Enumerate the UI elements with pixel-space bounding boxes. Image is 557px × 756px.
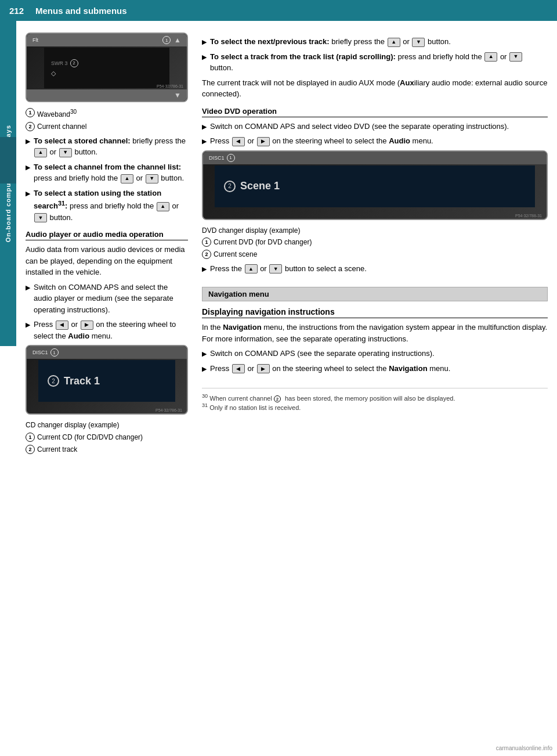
bullet-text-3: To select a station using the station se… (34, 188, 188, 224)
btn-track-up: ▲ (388, 38, 400, 47)
display1-down-area: ▼ (174, 91, 181, 99)
btn-video-right: ▶ (257, 137, 270, 146)
dvd-display-inner: DISC1 1 2 Scene 1 P54·32/788-31 (203, 152, 547, 219)
cd-caption-1: 1 Current CD (for CD/DVD changer) (26, 433, 188, 442)
dvd-cap-num-1: 1 (202, 237, 211, 247)
btn-nav-left: ◀ (232, 364, 245, 373)
caption-text-waveband: Waveband30 (37, 108, 77, 120)
dvd-scene-text: Scene 1 (240, 180, 280, 192)
bullet-arrow-3: ▶ (26, 189, 30, 199)
caption-channel: 2 Current channel (26, 122, 188, 132)
audio-bullet-1: ▶ Switch on COMAND APS and select the au… (26, 282, 188, 316)
radio-display-inner: Flt 1 ▲ SWR 3 2 ◇ (27, 34, 187, 101)
track-arrow-1: ▶ (202, 37, 207, 47)
btn-nav-right: ▶ (257, 364, 270, 373)
dvd-circle-2: 2 (224, 181, 236, 192)
track-bullets: ▶ To select the next/previous track: bri… (202, 36, 548, 74)
track-text-1: To select the next/previous track: brief… (210, 36, 451, 48)
btn-audio-left: ◀ (56, 321, 68, 330)
cd-caption-2: 2 Current track (26, 445, 188, 455)
sidebar-indicator (0, 137, 16, 183)
audio-bullets: ▶ Switch on COMAND APS and select the au… (26, 282, 188, 342)
dvd-display-top: DISC1 1 (209, 154, 235, 162)
display1-channel-label: SWR 3 2 (51, 59, 78, 67)
radio-display-wrap: Flt 1 ▲ SWR 3 2 ◇ (26, 33, 188, 102)
bullet-text-1: To select a stored channel: briefly pres… (34, 135, 188, 158)
dvd-caption-text-label: DVD changer display (example) (202, 226, 300, 236)
video-text-1: Switch on COMAND APS and select video DV… (210, 121, 509, 132)
sidebar-colored: On-board computer and displays (0, 21, 16, 346)
btn-down-1: ▼ (59, 148, 72, 157)
nav-text-1: Switch on COMAND APS (see the separate o… (210, 348, 435, 359)
left-column: Flt 1 ▲ SWR 3 2 ◇ (26, 33, 188, 744)
footnote-31: 31 Only if no station list is received. (202, 402, 548, 411)
dvd-cap-text-2: Current scene (214, 250, 257, 260)
caption-text-channel: Current channel (37, 122, 86, 132)
nav-instructions-heading: Displaying navigation instructions (202, 307, 548, 318)
dvd-cap-text-1: Current DVD (for DVD changer) (214, 237, 312, 247)
scene-bullets: ▶ Press the ▲ or ▼ button to select a sc… (202, 263, 548, 275)
display1-top-label: Flt (32, 37, 38, 43)
nav-bullet-1: ▶ Switch on COMAND APS (see the separate… (202, 348, 548, 359)
video-text-2: Press ◀ or ▶ on the steering wheel to se… (210, 135, 433, 147)
bullet-channel-list: ▶ To select a channel from the channel l… (26, 161, 188, 184)
cd-track-text: Track 1 (64, 375, 100, 387)
nav-arrow-2: ▶ (202, 364, 207, 374)
header-bar: 212 Menus and submenus (0, 0, 557, 21)
nav-menu-box: Navigation menu (202, 287, 548, 301)
caption-num-2: 2 (26, 122, 35, 131)
track-bullet-2: ▶ To select a track from the track list … (202, 51, 548, 74)
cd-circle-2: 2 (48, 375, 59, 387)
track-bullet-1: ▶ To select the next/previous track: bri… (202, 36, 548, 48)
display1-arrow-icon: ◇ (51, 70, 56, 77)
audio-bullet-2: ▶ Press ◀ or ▶ on the steering wheel to … (26, 319, 188, 341)
dvd-caption-2: 2 Current scene (202, 250, 548, 260)
bullet-arrow-1: ▶ (26, 136, 30, 146)
bullet-text-2: To select a channel from the channel lis… (34, 161, 188, 184)
cd-display-top: DISC1 1 (32, 348, 59, 357)
btn-down-2: ▼ (146, 174, 158, 183)
footnotes: 30 When current channel 2 has been store… (202, 388, 548, 411)
footnote-30-circle: 2 (274, 395, 281, 402)
video-bullets: ▶ Switch on COMAND APS and select video … (202, 121, 548, 147)
scene-text-1: Press the ▲ or ▼ button to select a scen… (210, 263, 367, 275)
audio-section-heading: Audio player or audio media operation (26, 230, 188, 240)
page-title: Menus and submenus (35, 6, 127, 16)
cd-caption-label: CD changer display (example) (26, 420, 188, 430)
bullet-list-top: ▶ To select a stored channel: briefly pr… (26, 135, 188, 224)
audio-arrow-2: ▶ (26, 320, 30, 330)
content-area: Flt 1 ▲ SWR 3 2 ◇ (16, 21, 557, 756)
video-dvd-heading: Video DVD operation (202, 107, 548, 117)
bullet-arrow-2: ▶ (26, 163, 30, 172)
right-column: ▶ To select the next/previous track: bri… (202, 33, 548, 744)
watermark: carmanualsonline.info (496, 745, 552, 751)
cd-display-inner: DISC1 1 2 Track 1 P54·32/786-31 (27, 346, 187, 413)
audio-intro: Audio data from various audio devices or… (26, 244, 188, 278)
cd-cap-num-2: 2 (26, 445, 35, 454)
left-sidebar: On-board computer and displays (0, 21, 16, 756)
cd-credit: P54·32/786-31 (155, 408, 182, 412)
video-arrow-2: ▶ (202, 136, 207, 146)
scene-arrow-1: ▶ (202, 264, 207, 274)
dvd-display: DISC1 1 2 Scene 1 P54·32/788-31 (202, 150, 548, 220)
btn-up-3: ▲ (157, 202, 169, 211)
dvd-caption-label: DVD changer display (example) (202, 226, 548, 236)
track-text-2: To select a track from the track list (r… (210, 51, 548, 74)
page-number: 212 (9, 6, 24, 16)
btn-scene-up: ▲ (245, 264, 258, 273)
btn-scene-down: ▼ (269, 264, 282, 273)
nav-menu-label: Navigation menu (208, 290, 269, 298)
dvd-credit: P54·32/788-31 (515, 214, 542, 218)
cd-display: DISC1 1 2 Track 1 P54·32/786-31 (26, 345, 188, 415)
caption-num-1: 1 (26, 108, 35, 117)
dvd-caption-1: 1 Current DVD (for DVD changer) (202, 237, 548, 247)
bullet-stored-channel: ▶ To select a stored channel: briefly pr… (26, 135, 188, 158)
video-bullet-2: ▶ Press ◀ or ▶ on the steering wheel to … (202, 135, 548, 147)
btn-down-3: ▼ (34, 213, 47, 222)
nav-bullets: ▶ Switch on COMAND APS (see the separate… (202, 348, 548, 374)
nav-arrow-1: ▶ (202, 349, 207, 359)
cd-cap-num-1: 1 (26, 433, 35, 442)
cd-cap-text-2: Current track (37, 445, 77, 455)
btn-track-down: ▼ (412, 38, 425, 47)
aux-note: The current track will not be displayed … (202, 77, 548, 100)
